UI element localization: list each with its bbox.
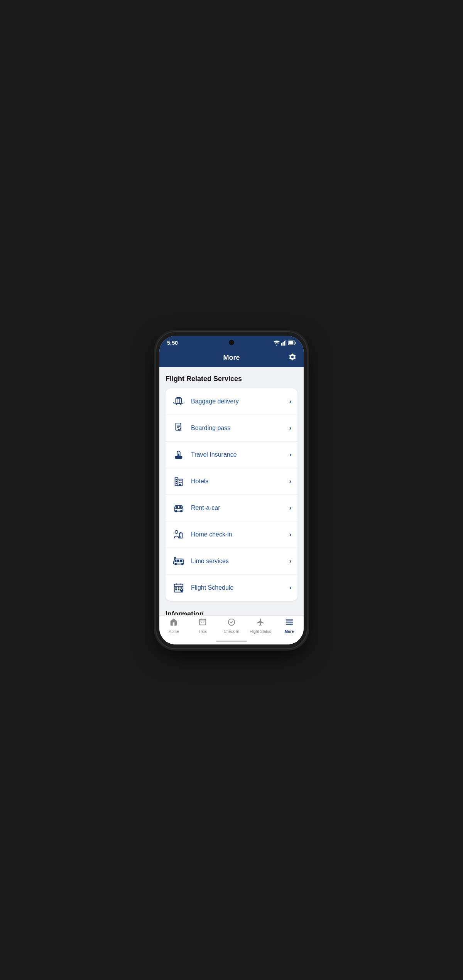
flight-status-nav-label: Flight Status — [250, 629, 271, 634]
svg-rect-30 — [181, 536, 181, 538]
car-icon — [172, 501, 186, 515]
boarding-pass-item[interactable]: Boarding pass › — [166, 415, 297, 442]
baggage-delivery-label: Baggage delivery — [191, 398, 289, 405]
rent-a-car-item[interactable]: Rent-a-car › — [166, 495, 297, 521]
travel-insurance-label: Travel Insurance — [191, 451, 289, 458]
insurance-chevron: › — [289, 451, 291, 458]
svg-rect-5 — [295, 342, 296, 344]
flight-schedule-item[interactable]: Flight Schedule › — [166, 575, 297, 601]
svg-rect-17 — [176, 481, 177, 482]
limo-services-item[interactable]: Limo services › — [166, 548, 297, 575]
svg-rect-2 — [284, 341, 285, 345]
svg-point-25 — [180, 510, 182, 512]
rent-a-car-label: Rent-a-car — [191, 504, 289, 511]
insurance-icon — [172, 448, 186, 462]
more-nav-icon — [285, 618, 294, 628]
baggage-icon — [172, 395, 186, 408]
information-title: Information — [166, 610, 297, 615]
svg-rect-34 — [175, 560, 177, 562]
svg-rect-27 — [179, 506, 182, 508]
svg-rect-21 — [179, 482, 180, 483]
svg-rect-6 — [289, 341, 293, 344]
svg-rect-19 — [179, 480, 180, 481]
home-check-in-label: Home check-in — [191, 531, 289, 538]
camera-notch — [229, 340, 234, 345]
signal-icon — [281, 340, 287, 346]
svg-rect-35 — [177, 560, 179, 562]
svg-point-37 — [174, 557, 176, 558]
gear-icon — [288, 353, 297, 361]
svg-rect-11 — [178, 398, 179, 403]
home-nav-icon — [169, 618, 178, 628]
svg-rect-16 — [176, 479, 177, 480]
bottom-nav: Home Trips — [159, 615, 304, 639]
nav-flight-status[interactable]: Flight Status — [246, 618, 275, 634]
home-bar — [216, 641, 247, 642]
hotels-icon — [172, 474, 186, 488]
battery-icon — [288, 341, 296, 345]
baggage-delivery-item[interactable]: Baggage delivery › — [166, 388, 297, 415]
checkin-nav-label: Check-In — [224, 629, 239, 634]
home-indicator — [159, 639, 304, 644]
content-area: Flight Related Services — [159, 367, 304, 615]
svg-rect-0 — [281, 343, 282, 346]
svg-point-33 — [181, 563, 184, 565]
home-check-in-item[interactable]: Home check-in › — [166, 521, 297, 548]
svg-rect-22 — [181, 482, 182, 483]
boarding-pass-label: Boarding pass — [191, 425, 289, 432]
schedule-chevron: › — [289, 584, 291, 591]
svg-rect-42 — [176, 589, 177, 590]
svg-rect-26 — [176, 506, 178, 508]
app-header: More — [159, 349, 304, 367]
svg-rect-50 — [199, 619, 206, 625]
header-title: More — [223, 354, 240, 362]
flight-schedule-label: Flight Schedule — [191, 584, 289, 591]
svg-rect-43 — [178, 589, 179, 590]
boarding-icon — [172, 421, 186, 435]
car-chevron: › — [289, 504, 291, 511]
svg-rect-13 — [178, 454, 179, 456]
hotels-chevron: › — [289, 478, 291, 485]
svg-point-24 — [175, 510, 177, 512]
nav-more[interactable]: More — [275, 618, 304, 634]
nav-trips[interactable]: Trips — [188, 618, 217, 634]
checkin-icon — [172, 528, 186, 541]
svg-rect-36 — [180, 560, 182, 562]
more-nav-label: More — [285, 629, 294, 634]
svg-rect-31 — [180, 532, 182, 533]
flight-services-card: Baggage delivery › Boarding p — [166, 388, 297, 601]
settings-button[interactable] — [288, 353, 297, 363]
nav-check-in[interactable]: Check-In — [217, 618, 246, 634]
limo-icon — [172, 554, 186, 568]
status-icons — [274, 340, 296, 346]
svg-rect-23 — [179, 484, 181, 486]
svg-rect-18 — [176, 482, 177, 484]
svg-rect-1 — [283, 342, 284, 345]
hotels-label: Hotels — [191, 478, 289, 485]
hotels-item[interactable]: Hotels › — [166, 468, 297, 495]
status-time: 5:50 — [167, 340, 178, 346]
limo-chevron: › — [289, 558, 291, 565]
trips-nav-label: Trips — [198, 629, 207, 634]
flight-services-title: Flight Related Services — [166, 375, 297, 383]
home-nav-label: Home — [169, 629, 179, 634]
svg-rect-39 — [176, 587, 177, 589]
phone-screen: 5:50 — [159, 336, 304, 644]
travel-insurance-item[interactable]: Travel Insurance › — [166, 442, 297, 468]
svg-rect-40 — [178, 587, 179, 589]
trips-nav-icon — [198, 618, 207, 628]
nav-home[interactable]: Home — [159, 618, 188, 634]
schedule-icon — [172, 581, 186, 595]
svg-rect-41 — [181, 587, 182, 589]
boarding-chevron: › — [289, 425, 291, 432]
svg-point-32 — [175, 563, 177, 565]
svg-point-28 — [175, 530, 178, 533]
checkin-chevron: › — [289, 531, 291, 538]
wifi-icon — [274, 340, 280, 346]
baggage-chevron: › — [289, 398, 291, 405]
svg-rect-3 — [286, 340, 287, 346]
checkin-nav-icon — [227, 618, 236, 628]
svg-rect-20 — [181, 480, 182, 481]
svg-rect-8 — [176, 398, 182, 403]
limo-services-label: Limo services — [191, 558, 289, 565]
